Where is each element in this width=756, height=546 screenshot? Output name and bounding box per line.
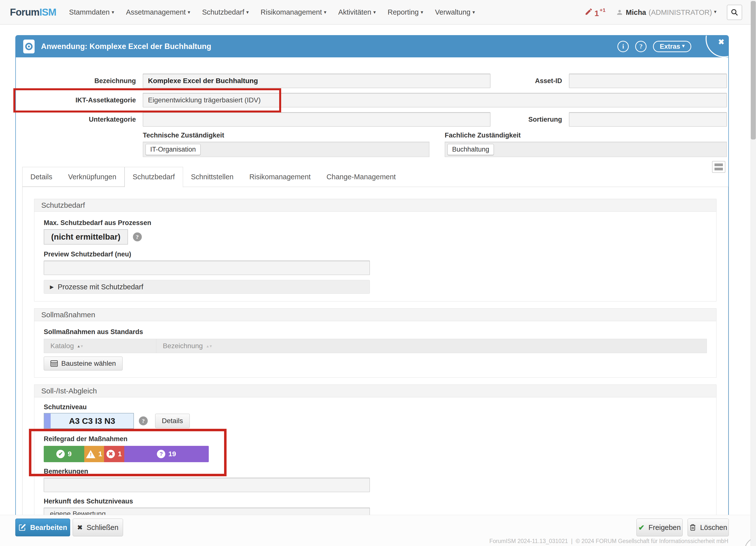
- person-icon: [616, 9, 623, 16]
- section-sollmassnahmen: Sollmaßnahmen Sollmaßnahmen aus Standard…: [34, 309, 716, 378]
- nav-item-assetmanagement[interactable]: Assetmanagement▾: [126, 8, 190, 16]
- nav-item-stammdaten[interactable]: Stammdaten▾: [69, 8, 114, 16]
- check-circle-icon: ✔: [56, 450, 65, 458]
- brand-part1: Forum: [10, 7, 39, 18]
- tab-details[interactable]: Details: [22, 167, 60, 186]
- sort-icons[interactable]: ▲▼: [206, 344, 212, 348]
- sortierung-field[interactable]: [569, 112, 727, 127]
- bezeichnung-field[interactable]: Komplexe Excel der Buchhaltung: [143, 74, 490, 88]
- bausteine-waehlen-button[interactable]: Bausteine wählen: [44, 357, 123, 371]
- unterkategorie-field[interactable]: [143, 112, 490, 127]
- tab-schutzbedarf[interactable]: Schutzbedarf: [125, 167, 183, 187]
- prozesse-collapse-toggle[interactable]: ▶ Prozesse mit Schutzbedarf: [44, 280, 370, 294]
- tab-change-management[interactable]: Change-Management: [318, 167, 404, 187]
- chevron-down-icon: ▾: [112, 9, 114, 15]
- help-button[interactable]: ?: [635, 41, 647, 52]
- chevron-down-icon: ▾: [188, 9, 190, 15]
- search-button[interactable]: [727, 5, 742, 20]
- schutzniveau-label: Schutzniveau: [44, 403, 707, 411]
- tab-verknuepfungen[interactable]: Verknüpfungen: [60, 167, 124, 186]
- nav-menu: Stammdaten▾ Assetmanagement▾ Schutzbedar…: [69, 8, 475, 16]
- chevron-down-icon: ▾: [373, 9, 376, 15]
- section-soll-ist-title: Soll-/Ist-Abgleich: [34, 385, 716, 397]
- triangle-right-icon: ▶: [50, 284, 54, 290]
- tab-group: Details Verknüpfungen: [22, 167, 125, 187]
- standards-table-header: Katalog▲▼ Bezeichnung▲▼: [44, 339, 707, 353]
- x-circle-icon: ✖: [106, 450, 115, 458]
- chip-it-organisation[interactable]: IT-Organisation: [146, 144, 201, 155]
- tab-bar: Details Verknüpfungen Schutzbedarf Schni…: [22, 167, 728, 187]
- loeschen-button[interactable]: Löschen: [688, 519, 729, 536]
- edit-lock-badge[interactable]: 1 +1: [585, 7, 606, 17]
- section-schutzbedarf: Schutzbedarf Max. Schutzbedarf aus Proze…: [34, 199, 716, 302]
- pencil-icon: [585, 7, 593, 16]
- nav-item-risikomanagement[interactable]: Risikomanagement▾: [261, 8, 326, 16]
- modal-body: Bezeichnung Komplexe Excel der Buchhaltu…: [16, 57, 728, 546]
- brand-logo[interactable]: ForumISM: [10, 7, 56, 18]
- bemerkungen-label: Bemerkungen: [44, 468, 707, 475]
- schutzniveau-color-strip: [44, 414, 51, 428]
- ikt-assetkategorie-field[interactable]: Eigenentwicklung trägerbasiert (IDV): [143, 93, 727, 107]
- asset-form: Bezeichnung Komplexe Excel der Buchhaltu…: [16, 57, 728, 157]
- tab-risikomanagement[interactable]: Risikomanagement: [241, 167, 318, 187]
- nav-item-reporting[interactable]: Reporting▾: [388, 8, 423, 16]
- bemerkungen-field[interactable]: [44, 478, 370, 492]
- nav-item-verwaltung[interactable]: Verwaltung▾: [435, 8, 475, 16]
- table-icon: [50, 360, 58, 367]
- user-role: (ADMINISTRATOR): [649, 8, 712, 17]
- help-icon[interactable]: ?: [133, 232, 142, 241]
- reifegrad-label: Reifegrad der Maßnahmen: [44, 435, 707, 443]
- column-header-bezeichnung[interactable]: Bezeichnung▲▼: [156, 339, 212, 353]
- chevron-down-icon: ▾: [714, 9, 716, 15]
- modal-title: Anwendung: Komplexe Excel der Buchhaltun…: [41, 42, 211, 51]
- corner-arc-decoration: [706, 36, 728, 57]
- edit-count-extra: +1: [600, 7, 606, 13]
- preview-schutzbedarf-field[interactable]: [44, 260, 370, 275]
- info-button[interactable]: i: [617, 41, 629, 52]
- unterkategorie-label: Unterkategorie: [16, 116, 136, 123]
- page: ForumISM Stammdaten▾ Assetmanagement▾ Sc…: [0, 0, 756, 546]
- tab-schnittstellen[interactable]: Schnittstellen: [183, 167, 242, 187]
- chip-buchhaltung[interactable]: Buchhaltung: [447, 144, 494, 155]
- close-icon[interactable]: ✖: [718, 38, 724, 46]
- question-circle-icon: ?: [157, 450, 165, 458]
- fachliche-zustaendigkeit-field[interactable]: Buchhaltung: [445, 142, 727, 157]
- segment-ok[interactable]: ✔ 9: [44, 446, 84, 462]
- user-menu[interactable]: Micha (ADMINISTRATOR) ▾: [616, 8, 716, 17]
- x-icon: ✖: [77, 524, 83, 531]
- max-schutzbedarf-value: (nicht ermittelbar): [44, 229, 128, 244]
- column-header-katalog[interactable]: Katalog▲▼: [44, 339, 156, 353]
- page-scrollbar[interactable]: [751, 0, 756, 546]
- extras-dropdown[interactable]: Extras▾: [653, 41, 691, 52]
- action-bar: Bearbeiten ✖ Schließen ✔ Freigeben Lösch…: [0, 515, 756, 546]
- asset-id-field[interactable]: [569, 74, 727, 88]
- schliessen-button[interactable]: ✖ Schließen: [73, 519, 123, 536]
- technische-zustaendigkeit-field[interactable]: IT-Organisation: [143, 142, 429, 157]
- chevron-down-icon: ▾: [324, 9, 326, 15]
- sort-icons[interactable]: ▲▼: [77, 344, 83, 348]
- scrollbar-thumb[interactable]: [751, 1, 756, 139]
- asset-id-label: Asset-ID: [497, 77, 562, 85]
- asset-modal: Anwendung: Komplexe Excel der Buchhaltun…: [15, 35, 729, 546]
- nav-item-aktivitaeten[interactable]: Aktivitäten▾: [338, 8, 376, 16]
- segment-warning[interactable]: ! 1: [84, 446, 104, 462]
- herkunft-label: Herkunft des Schutzniveaus: [44, 498, 707, 505]
- technische-zustaendigkeit-label: Technische Zuständigkeit: [143, 131, 429, 139]
- nav-item-schutzbedarf[interactable]: Schutzbedarf▾: [202, 8, 249, 16]
- check-icon: ✔: [638, 523, 645, 532]
- fachliche-zustaendigkeit-label: Fachliche Zuständigkeit: [445, 131, 727, 139]
- segment-unknown[interactable]: ? 19: [124, 446, 209, 462]
- search-icon: [731, 8, 738, 16]
- chevron-down-icon: ▾: [421, 9, 423, 15]
- top-navbar: ForumISM Stammdaten▾ Assetmanagement▾ Sc…: [0, 0, 756, 25]
- bearbeiten-button[interactable]: Bearbeiten: [15, 519, 70, 536]
- schutzniveau-value: A3 C3 I3 N3: [51, 414, 133, 428]
- bezeichnung-label: Bezeichnung: [16, 77, 136, 85]
- edit-icon: [18, 524, 26, 531]
- details-button[interactable]: Details: [155, 414, 190, 428]
- schutzbedarf-panel: Schutzbedarf Max. Schutzbedarf aus Proze…: [22, 187, 728, 545]
- help-icon[interactable]: ?: [139, 417, 148, 425]
- segment-error[interactable]: ✖ 1: [104, 446, 124, 462]
- application-icon: [23, 40, 35, 53]
- freigeben-button[interactable]: ✔ Freigeben: [636, 519, 683, 536]
